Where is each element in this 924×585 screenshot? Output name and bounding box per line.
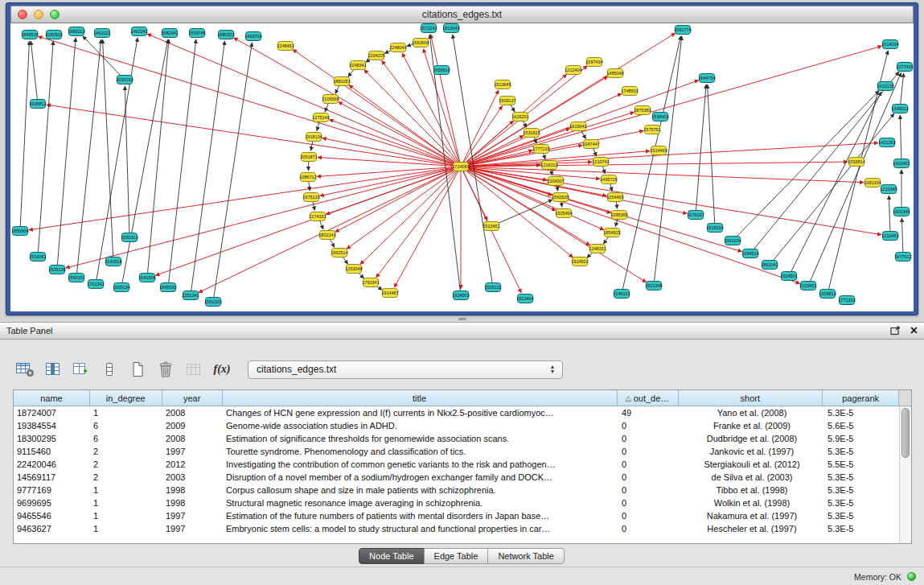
- graph-edge[interactable]: [31, 41, 37, 101]
- graph-node[interactable]: 1813404: [516, 295, 533, 303]
- graph-node[interactable]: 1656610: [433, 66, 450, 75]
- graph-node[interactable]: 2061034: [724, 237, 741, 245]
- graph-edge[interactable]: [147, 39, 169, 274]
- graph-node[interactable]: 1560539: [552, 193, 569, 202]
- graph-edge[interactable]: [900, 115, 901, 160]
- graph-edge[interactable]: [810, 72, 901, 282]
- graph-edge[interactable]: [347, 168, 458, 249]
- graph-node[interactable]: 1905134: [113, 283, 129, 292]
- graph-node[interactable]: 2145102: [613, 290, 630, 299]
- column-header-name[interactable]: name: [14, 390, 90, 406]
- graph-node[interactable]: 1590313: [121, 233, 138, 242]
- graph-node[interactable]: 1914467: [381, 289, 398, 298]
- graph-node[interactable]: 1663906: [412, 39, 429, 47]
- graph-node[interactable]: 1850904: [11, 227, 28, 236]
- graph-edge[interactable]: [464, 112, 634, 165]
- column-header-out_de[interactable]: △out_de…: [618, 390, 679, 406]
- graph-node[interactable]: 1505494: [555, 209, 572, 218]
- graph-node[interactable]: 2051871: [300, 153, 317, 162]
- graph-node[interactable]: 1421263: [878, 138, 895, 147]
- graph-edge[interactable]: [622, 36, 681, 290]
- graph-edge[interactable]: [349, 85, 458, 165]
- graph-edge[interactable]: [753, 72, 899, 251]
- graph-node[interactable]: 2248453: [277, 42, 294, 51]
- graph-node[interactable]: 1505136: [48, 266, 65, 274]
- graph-node[interactable]: 2274161: [309, 212, 326, 221]
- scrollbar-thumb[interactable]: [901, 408, 910, 458]
- graph-edge[interactable]: [155, 167, 458, 275]
- graph-node[interactable]: 1401345: [893, 208, 910, 216]
- graph-node[interactable]: 1572241: [420, 24, 437, 33]
- graph-node[interactable]: 1514469: [650, 146, 667, 155]
- column-visibility-button[interactable]: [41, 358, 65, 381]
- graph-node[interactable]: 1802143: [318, 231, 335, 240]
- graph-edge[interactable]: [464, 167, 864, 183]
- graph-node[interactable]: 2248341: [349, 61, 366, 70]
- table-row[interactable]: 1938455462009Genome-wide association stu…: [14, 419, 911, 432]
- graph-node[interactable]: 2140516: [105, 257, 121, 266]
- graph-node[interactable]: 1924501: [780, 272, 797, 281]
- graph-edge[interactable]: [76, 39, 101, 274]
- graph-node[interactable]: 1559786: [188, 29, 205, 38]
- column-header-short[interactable]: short: [679, 390, 823, 406]
- graph-node[interactable]: 1095366: [610, 211, 627, 220]
- graph-node[interactable]: 1593814: [848, 158, 864, 167]
- graph-node[interactable]: 1575751: [643, 126, 660, 134]
- table-row[interactable]: 1456911722003Disruption of a novel membe…: [14, 471, 911, 484]
- graph-node[interactable]: 1154469: [606, 193, 623, 202]
- graph-edge[interactable]: [38, 41, 53, 253]
- graph-edge[interactable]: [329, 120, 458, 166]
- graph-node[interactable]: 1463704: [244, 32, 261, 41]
- graph-node[interactable]: 1253048: [345, 265, 362, 274]
- graph-edge[interactable]: [696, 84, 706, 212]
- panel-splitter[interactable]: [0, 315, 924, 322]
- table-row[interactable]: 946554611997Estimation of the future num…: [14, 509, 911, 522]
- graph-edge[interactable]: [191, 41, 225, 292]
- graph-node[interactable]: 1495725: [600, 175, 617, 184]
- graph-node[interactable]: 1777215: [532, 145, 549, 154]
- graph-node[interactable]: 1909137: [499, 97, 515, 105]
- graph-node[interactable]: 1551203: [204, 298, 221, 307]
- import-table-button[interactable]: [182, 358, 206, 381]
- graph-edge[interactable]: [29, 167, 458, 230]
- tab-node-table[interactable]: Node Table: [359, 548, 424, 564]
- graph-node[interactable]: 1913645: [494, 80, 511, 89]
- graph-edge[interactable]: [654, 36, 681, 282]
- column-header-pagerank[interactable]: pagerank: [823, 390, 899, 406]
- graph-node[interactable]: 1924502: [571, 257, 588, 266]
- graph-node[interactable]: 1359813: [819, 290, 836, 299]
- graph-node[interactable]: 1771203: [838, 296, 855, 305]
- graph-edge[interactable]: [97, 38, 138, 281]
- column-header-year[interactable]: year: [162, 390, 223, 406]
- graph-edge[interactable]: [364, 70, 458, 165]
- graph-node[interactable]: 1924503: [452, 291, 469, 300]
- graph-node[interactable]: 1086712: [299, 173, 316, 182]
- graph-node[interactable]: 1761342: [87, 280, 104, 289]
- create-column-button[interactable]: [69, 358, 93, 381]
- tab-edge-table[interactable]: Edge Table: [424, 548, 489, 564]
- graph-node[interactable]: 1210345: [880, 185, 897, 194]
- table-row[interactable]: 946362711997Embryonic stem cells: a mode…: [14, 522, 911, 535]
- graph-node[interactable]: 1514034: [881, 40, 898, 49]
- table-row[interactable]: 977716911998Corpus callosum shape and si…: [14, 484, 911, 496]
- graph-edge[interactable]: [464, 46, 882, 166]
- graph-node[interactable]: 2061774: [674, 26, 691, 35]
- table-row[interactable]: 2242004622012Investigating the contribut…: [14, 458, 911, 471]
- table-mode-button[interactable]: [13, 358, 37, 381]
- graph-node[interactable]: 2082941: [161, 29, 178, 38]
- graph-edge[interactable]: [39, 36, 458, 166]
- graph-node[interactable]: 1531625: [523, 129, 540, 138]
- graph-edge[interactable]: [462, 170, 521, 293]
- column-header-in_degree[interactable]: in_degree: [90, 390, 162, 406]
- delete-button[interactable]: [154, 358, 178, 381]
- table-selector-dropdown[interactable]: citations_edges.txt ▴▾: [248, 360, 563, 379]
- graph-edge[interactable]: [464, 93, 622, 165]
- graph-node[interactable]: 2516061: [29, 253, 46, 262]
- graph-edge[interactable]: [402, 53, 459, 163]
- graph-edge[interactable]: [495, 200, 552, 225]
- network-canvas[interactable]: 1724069224834118810532106590127514019181…: [10, 23, 914, 311]
- graph-node[interactable]: 1097434: [585, 58, 602, 67]
- graph-node[interactable]: 1677012: [894, 253, 911, 262]
- graph-node[interactable]: 1936812: [29, 100, 46, 109]
- table-scrollbar[interactable]: [899, 406, 911, 543]
